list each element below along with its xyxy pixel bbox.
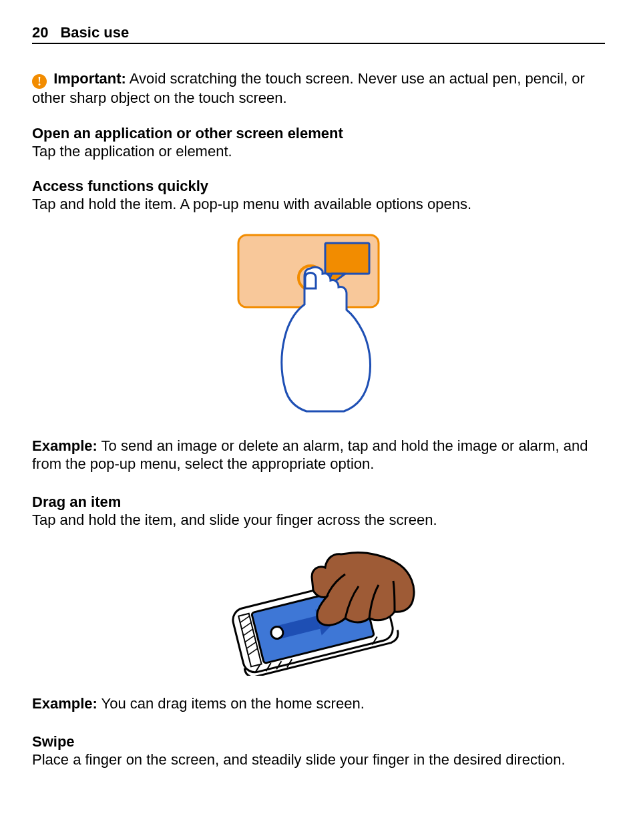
document-page: 20 Basic use ! Important: Avoid scratchi… xyxy=(0,0,637,840)
drag-illustration-svg xyxy=(218,549,419,676)
drag-illustration xyxy=(32,546,605,678)
example1-text: To send an image or delete an alarm, tap… xyxy=(32,437,588,473)
access-functions-heading: Access functions quickly xyxy=(32,178,605,195)
open-app-text: Tap the application or element. xyxy=(32,142,605,161)
open-app-block: Open an application or other screen elem… xyxy=(32,125,605,161)
drag-text: Tap and hold the item, and slide your fi… xyxy=(32,511,605,530)
important-icon: ! xyxy=(32,74,47,89)
swipe-text: Place a finger on the screen, and steadi… xyxy=(32,751,605,769)
tap-hold-illustration xyxy=(32,231,605,421)
section-title: Basic use xyxy=(60,24,129,41)
example2-label: Example: xyxy=(32,695,97,712)
open-app-heading: Open an application or other screen elem… xyxy=(32,125,605,142)
swipe-block: Swipe Place a finger on the screen, and … xyxy=(32,733,605,769)
example1-label: Example: xyxy=(32,437,97,454)
drag-block: Drag an item Tap and hold the item, and … xyxy=(32,493,605,530)
example-tap-hold: Example: To send an image or delete an a… xyxy=(32,437,605,473)
access-functions-text: Tap and hold the item. A pop-up menu wit… xyxy=(32,195,605,214)
tap-hold-illustration-svg xyxy=(232,231,405,418)
swipe-heading: Swipe xyxy=(32,733,605,751)
svg-rect-1 xyxy=(325,243,369,274)
important-note: ! Important: Avoid scratching the touch … xyxy=(32,69,605,108)
important-label: Important: xyxy=(53,70,126,87)
example-drag: Example: You can drag items on the home … xyxy=(32,694,605,713)
access-functions-block: Access functions quickly Tap and hold th… xyxy=(32,178,605,214)
drag-heading: Drag an item xyxy=(32,493,605,511)
page-number: 20 xyxy=(32,24,48,41)
page-header: 20 Basic use xyxy=(32,24,605,44)
example2-text: You can drag items on the home screen. xyxy=(101,695,365,712)
